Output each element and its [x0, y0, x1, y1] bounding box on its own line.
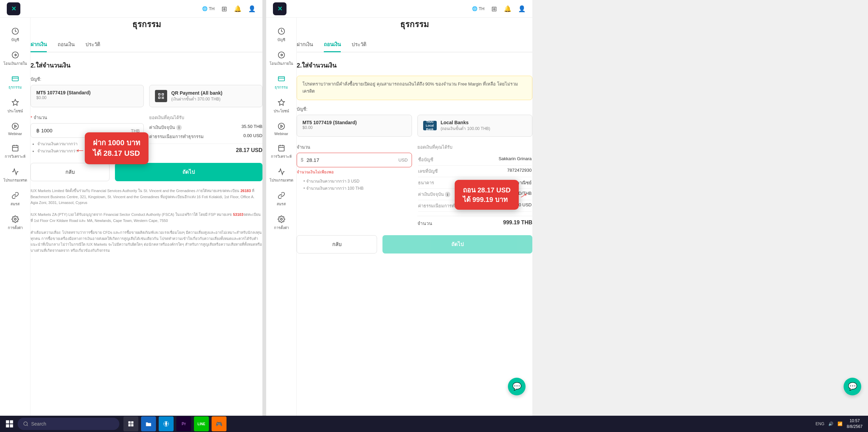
left-main: บัญชี โอนเงินภายใน ธุรกรรม [0, 18, 262, 416]
right-sidebar-analysis[interactable]: การวิเคราะห์ [266, 140, 296, 164]
right-account-card[interactable]: MT5 1077419 (Standard) $0.00 [297, 115, 412, 137]
right-next-button[interactable]: ถัดไป [382, 235, 532, 253]
left-bell-icon[interactable]: 🔔 [234, 5, 241, 13]
svg-point-36 [24, 422, 27, 426]
taskbar-app-windows[interactable] [123, 416, 138, 431]
right-bank-card[interactable]: THAILocalBank Local Banks (ถอนเงินขั้นต่… [417, 115, 533, 137]
svg-rect-15 [163, 97, 164, 98]
right-acc-num-value: 7872472930 [507, 168, 532, 175]
sidebar-item-trading[interactable]: โปรแกรมเทรด [0, 164, 30, 187]
right-sidebar-settings[interactable]: การตั้งค่า [266, 211, 296, 235]
divider [263, 0, 266, 416]
right-error-text: จำนวนเงินไม่เพียงพอ [297, 169, 412, 175]
left-back-button[interactable]: กลับ [31, 163, 110, 181]
right-bank-info: Local Banks (ถอนเงินขั้นต่ำ 100.00 THB) [441, 120, 490, 132]
svg-point-4 [12, 123, 18, 129]
left-tabs: ฝากเงิน ถอนเงิน ประวัติ [31, 38, 262, 52]
left-header-right: 🌐 TH ⊞ 🔔 👤 [202, 5, 256, 13]
tab-withdraw[interactable]: ถอนเงิน [58, 38, 75, 52]
right-warning-box: โปรดทราบว่าหากมีคำสั่งซื้อขายเปิดอยู่ คุ… [297, 76, 532, 100]
tab-history[interactable]: ประวัติ [85, 38, 100, 52]
sidebar-item-affiliate[interactable]: สมรส [0, 187, 30, 211]
right-account-label: บัญชี: [297, 106, 532, 113]
right-chat-button[interactable]: 💬 [508, 378, 526, 395]
sidebar-item-benefit[interactable]: ประโยชน์ [0, 94, 30, 118]
taskbar-app-game[interactable]: 🎮 [212, 416, 226, 431]
right-overlay-tooltip: ถอน 28.17 USD ได้ 999.19 บาท → [455, 180, 519, 210]
sidebar-item-webinar[interactable]: Webinar [0, 118, 30, 140]
right-logo[interactable]: ✕ [273, 2, 287, 15]
taskbar-app-explorer[interactable] [141, 416, 156, 431]
star-icon [11, 98, 19, 107]
right-bell-icon[interactable]: 🔔 [504, 5, 511, 13]
right-amount-input[interactable] [297, 153, 412, 167]
left-sidebar: บัญชี โอนเงินภายใน ธุรกรรม [0, 18, 31, 416]
right-tab-history[interactable]: ประวัติ [352, 38, 367, 52]
transfer-icon [11, 51, 19, 59]
start-button[interactable] [3, 417, 16, 431]
sidebar-item-account[interactable]: บัญชี [0, 23, 30, 47]
sidebar-item-analysis[interactable]: การวิเคราะห์ [0, 140, 30, 164]
right-user-icon[interactable]: 👤 [518, 5, 526, 13]
svg-rect-40 [129, 424, 131, 427]
svg-rect-38 [129, 421, 131, 424]
left-account-card[interactable]: MT5 1077419 (Standard) $0.00 [31, 85, 144, 107]
left-footer: IUX Markets Limited จัดตั้งขึ้นร่วมกับ F… [31, 188, 262, 254]
taskbar-search-bar[interactable]: Search [18, 418, 119, 430]
right-transfer-icon [277, 51, 285, 59]
left-next-button[interactable]: ถัดไป [115, 163, 262, 181]
left-chat-button[interactable]: 💬 [844, 378, 861, 395]
svg-marker-26 [281, 125, 283, 127]
left-total-value: 28.17 USD [236, 147, 262, 153]
right-page-title: ธุรกรรม [297, 18, 532, 31]
link-icon [11, 191, 19, 200]
right-hint-2: • จำนวนเงินควรมากกว่า 100 THB [303, 185, 412, 191]
right-tab-deposit[interactable]: ฝากเงิน [297, 38, 313, 52]
left-logo[interactable]: ✕ [7, 2, 20, 15]
right-tab-withdraw[interactable]: ถอนเงิน [324, 38, 341, 52]
svg-marker-5 [15, 125, 17, 127]
svg-rect-19 [162, 94, 163, 95]
right-apps-icon[interactable]: ⊞ [491, 5, 497, 13]
right-sidebar-affiliate[interactable]: สมรส [266, 187, 296, 211]
right-button-row: กลับ ถัดไป [297, 235, 532, 253]
right-account-name: MT5 1077419 (Standard) [302, 120, 406, 125]
left-rate-row: ค่าเงินปัจจุบัน ℹ 35.50 THB [149, 124, 262, 131]
left-app-header: ✕ 🌐 TH ⊞ 🔔 👤 [0, 0, 262, 18]
left-summary-panel: ยอดเงินที่คุณได้รับ ค่าเงินปัจจุบัน ℹ 35… [149, 114, 262, 153]
left-payment-info: QR Payment (All bank) (เงินฝากขั้นต่ำ 37… [171, 90, 222, 102]
taskbar-app-line[interactable]: LINE [194, 416, 209, 431]
right-tabs: ฝากเงิน ถอนเงิน ประวัติ [297, 38, 532, 52]
left-payment-card[interactable]: QR Payment (All bank) (เงินฝากขั้นต่ำ 37… [149, 85, 262, 107]
taskbar-app-premiere[interactable]: Pr [176, 416, 191, 431]
right-sidebar-transfer[interactable]: โอนเงินภายใน [266, 47, 296, 71]
left-payment-method: QR Payment (All bank) [171, 90, 222, 96]
svg-line-37 [27, 425, 28, 426]
right-total-row: จำนวน 999.19 THB [417, 220, 533, 227]
sidebar-item-transfer[interactable]: โอนเงินภายใน [0, 47, 30, 71]
taskbar-search-label: Search [31, 421, 46, 427]
right-sidebar-transaction[interactable]: ธุรกรรม [266, 71, 296, 94]
right-account-balance: $0.00 [302, 125, 406, 130]
right-back-button[interactable]: กลับ [297, 235, 377, 253]
taskbar-speaker-icon: 🔊 [828, 421, 833, 426]
right-panel: ✕ 🌐 TH ⊞ 🔔 👤 บัญชี [266, 0, 532, 416]
right-recipient-value: Sakkarin Grinara [498, 156, 532, 163]
taskbar-app-browser[interactable] [159, 416, 174, 431]
left-apps-icon[interactable]: ⊞ [221, 5, 227, 13]
right-sidebar-benefit[interactable]: ประโยชน์ [266, 94, 296, 118]
sidebar-item-transaction[interactable]: ธุรกรรม [0, 71, 30, 94]
tab-deposit[interactable]: ฝากเงิน [31, 38, 47, 52]
right-sidebar-trading[interactable]: โปรแกรมเทรด [266, 164, 296, 187]
left-user-icon[interactable]: 👤 [248, 5, 256, 13]
right-sidebar-webinar[interactable]: Webinar [266, 118, 296, 140]
calendar-icon [11, 144, 19, 152]
left-footer-2: IUX Markets ZA (PTY) Ltd ได้รับอนุญาตจาก… [31, 212, 262, 224]
left-account-name: MT5 1077419 (Standard) [36, 90, 138, 95]
svg-rect-14 [162, 97, 163, 98]
right-currency-label: USD [398, 157, 408, 163]
right-sidebar-account[interactable]: บัญชี [266, 23, 296, 47]
left-total-row: 28.17 USD [149, 147, 262, 153]
left-payment-sub: (เงินฝากขั้นต่ำ 370.00 THB) [171, 96, 222, 102]
sidebar-item-settings[interactable]: การตั้งค่า [0, 211, 30, 235]
